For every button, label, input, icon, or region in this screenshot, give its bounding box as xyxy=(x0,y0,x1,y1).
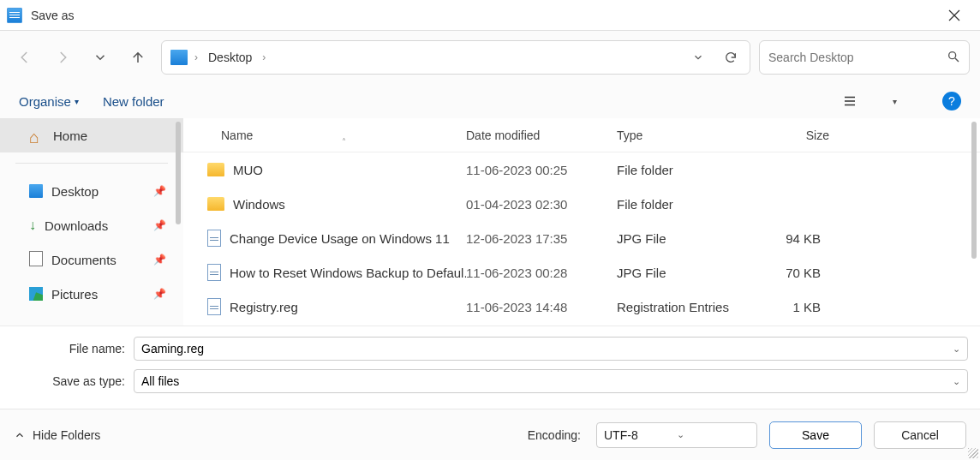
file-name: How to Reset Windows Backup to Defaul... xyxy=(230,266,466,280)
table-row[interactable]: How to Reset Windows Backup to Defaul...… xyxy=(183,255,980,290)
search-icon xyxy=(947,50,960,66)
column-header-date[interactable]: Date modified xyxy=(466,128,617,142)
arrow-up-icon xyxy=(130,50,146,65)
sidebar-divider xyxy=(15,163,168,164)
organise-menu[interactable]: Organise▾ xyxy=(19,94,79,109)
chevron-down-icon[interactable]: ⌄ xyxy=(953,344,960,355)
folder-icon xyxy=(207,197,224,211)
file-date: 11-06-2023 14:48 xyxy=(466,300,617,314)
table-row[interactable]: Change Device Usage on Windows 1112-06-2… xyxy=(183,221,980,255)
save-fields: File name: ⌄ Save as type: ⌄ xyxy=(0,326,980,400)
hide-folders-label: Hide Folders xyxy=(33,428,100,442)
list-view-icon xyxy=(841,93,858,109)
pin-icon: 📌 xyxy=(153,219,166,231)
search-input[interactable] xyxy=(768,51,947,64)
saveastype-value[interactable] xyxy=(141,374,953,388)
sidebar-item-label: Home xyxy=(53,128,87,143)
file-type: JPG File xyxy=(617,266,745,280)
refresh-icon xyxy=(724,51,738,64)
file-icon xyxy=(207,298,221,315)
file-name: Registry.reg xyxy=(230,300,298,314)
breadcrumb-desktop[interactable]: Desktop xyxy=(205,49,255,66)
file-date: 11-06-2023 00:28 xyxy=(466,266,617,280)
documents-icon xyxy=(29,251,43,269)
caret-down-icon: ▾ xyxy=(75,97,79,106)
file-name: Windows xyxy=(233,197,285,212)
encoding-select[interactable]: UTF-8 ⌄ xyxy=(596,422,757,448)
up-button[interactable] xyxy=(123,43,152,72)
sidebar-item-label: Pictures xyxy=(51,287,98,302)
column-header-type[interactable]: Type xyxy=(617,128,745,142)
sidebar-item-pictures[interactable]: Pictures 📌 xyxy=(0,277,183,311)
sidebar: Home Desktop 📌 Downloads 📌 Documents 📌 P… xyxy=(0,118,183,332)
view-options-button[interactable] xyxy=(836,87,863,115)
file-date: 12-06-2023 17:35 xyxy=(466,231,617,246)
nav-row: › Desktop › xyxy=(0,31,980,84)
back-button[interactable] xyxy=(10,43,39,72)
sidebar-item-label: Downloads xyxy=(45,218,108,233)
file-icon xyxy=(207,264,221,281)
file-size: 94 KB xyxy=(745,231,838,246)
cancel-button[interactable]: Cancel xyxy=(874,421,966,449)
pin-icon: 📌 xyxy=(153,185,166,197)
file-size: 70 KB xyxy=(745,266,838,280)
table-row[interactable]: Windows01-04-2023 02:30File folder xyxy=(183,187,980,221)
file-list-scrollbar[interactable] xyxy=(971,122,977,259)
forward-button[interactable] xyxy=(48,43,77,72)
sidebar-item-home[interactable]: Home xyxy=(0,118,183,152)
svg-point-2 xyxy=(949,51,956,58)
filename-input[interactable] xyxy=(141,342,953,355)
help-button[interactable]: ? xyxy=(942,92,961,111)
breadcrumb-separator: › xyxy=(260,51,267,63)
sidebar-item-documents[interactable]: Documents 📌 xyxy=(0,242,183,277)
encoding-label: Encoding: xyxy=(528,428,581,442)
organise-label: Organise xyxy=(19,94,71,109)
search-box[interactable] xyxy=(759,40,970,75)
recent-locations-button[interactable] xyxy=(86,43,115,72)
table-row[interactable]: MUO11-06-2023 00:25File folder xyxy=(183,152,980,187)
chevron-down-icon xyxy=(692,51,704,63)
filename-combo[interactable]: ⌄ xyxy=(134,337,968,361)
address-bar[interactable]: › Desktop › xyxy=(161,40,750,75)
sidebar-scrollbar[interactable] xyxy=(176,122,181,224)
save-button[interactable]: Save xyxy=(769,421,862,449)
home-icon xyxy=(29,128,45,143)
file-type: File folder xyxy=(617,197,745,212)
file-date: 01-04-2023 02:30 xyxy=(466,197,617,212)
file-name: MUO xyxy=(233,163,263,177)
folder-icon xyxy=(207,163,224,176)
column-header-size[interactable]: Size xyxy=(745,128,838,142)
app-icon xyxy=(7,8,22,23)
column-headers: Name˄ Date modified Type Size xyxy=(183,118,980,152)
sidebar-item-downloads[interactable]: Downloads 📌 xyxy=(0,208,183,242)
address-dropdown-button[interactable] xyxy=(684,44,712,71)
file-list: Name˄ Date modified Type Size MUO11-06-2… xyxy=(183,118,980,332)
close-button[interactable] xyxy=(935,0,973,30)
encoding-value: UTF-8 xyxy=(604,428,677,442)
saveastype-label: Save as type: xyxy=(12,374,134,388)
sidebar-item-desktop[interactable]: Desktop 📌 xyxy=(0,174,183,208)
table-row[interactable]: Registry.reg11-06-2023 14:48Registration… xyxy=(183,290,980,324)
resize-grip[interactable] xyxy=(968,448,978,458)
titlebar: Save as xyxy=(0,0,980,31)
saveastype-combo[interactable]: ⌄ xyxy=(134,369,968,393)
refresh-button[interactable] xyxy=(717,44,744,71)
window-title: Save as xyxy=(31,9,935,22)
chevron-down-icon xyxy=(93,50,108,65)
hide-folders-button[interactable]: Hide Folders xyxy=(14,428,100,442)
new-folder-button[interactable]: New folder xyxy=(103,94,164,109)
filename-label: File name: xyxy=(12,342,134,355)
new-folder-label: New folder xyxy=(103,94,164,109)
pin-icon: 📌 xyxy=(153,254,166,266)
help-icon: ? xyxy=(948,94,955,108)
caret-down-icon: ▾ xyxy=(893,97,897,106)
pictures-icon xyxy=(29,287,43,301)
column-header-name[interactable]: Name˄ xyxy=(183,128,466,142)
sort-indicator-icon: ˄ xyxy=(342,137,346,146)
view-options-dropdown[interactable]: ▾ xyxy=(887,87,901,115)
arrow-left-icon xyxy=(17,50,33,65)
desktop-icon xyxy=(29,184,43,198)
chevron-down-icon[interactable]: ⌄ xyxy=(953,376,960,387)
pin-icon: 📌 xyxy=(153,288,166,300)
file-type: Registration Entries xyxy=(617,300,745,314)
